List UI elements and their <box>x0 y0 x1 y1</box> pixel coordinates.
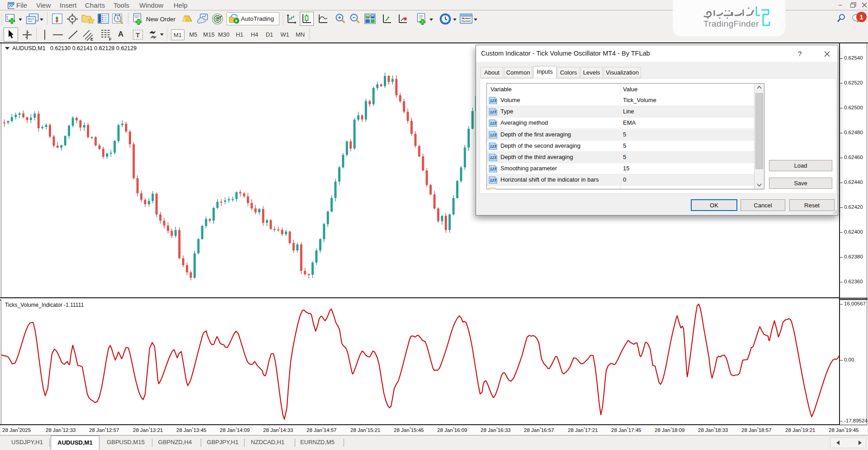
svg-text:123: 123 <box>490 144 496 149</box>
svg-text:123: 123 <box>490 178 496 183</box>
svg-text:E: E <box>90 37 93 41</box>
svg-text:123: 123 <box>490 133 496 137</box>
svg-text:123: 123 <box>490 110 496 114</box>
svg-text:F: F <box>109 37 112 41</box>
svg-text:123: 123 <box>490 121 496 126</box>
svg-text:123: 123 <box>490 167 496 171</box>
svg-text:T: T <box>136 31 140 39</box>
svg-text:123: 123 <box>490 98 496 103</box>
svg-text:123: 123 <box>490 155 496 160</box>
